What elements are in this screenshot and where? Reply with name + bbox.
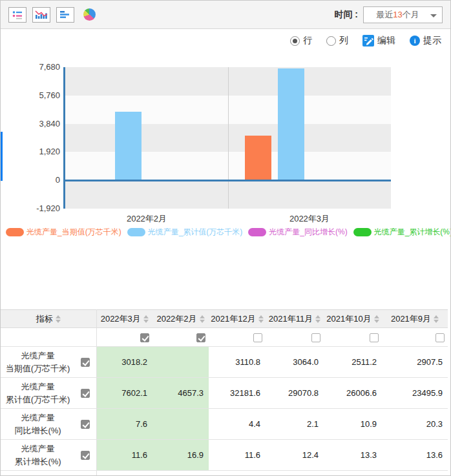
- indicator-name: 光缆产量同比增长(%): [1, 409, 75, 440]
- chart-controls: 行 列 编辑 i 提示: [1, 29, 450, 52]
- table-row: 光缆产量累计增长(%)11.616.911.612.413.313.6: [1, 440, 448, 471]
- header-month[interactable]: 2022年3月: [96, 310, 152, 328]
- value-cell: 23495.9: [382, 378, 448, 409]
- category-gridline: [228, 67, 229, 209]
- legend-swatch: [6, 228, 24, 236]
- edit-button[interactable]: 编辑: [362, 35, 395, 47]
- y-axis-tick-label: 5,760: [1, 90, 60, 100]
- y-axis-tick-label: 0: [1, 175, 60, 185]
- column-select-cell: [382, 328, 448, 347]
- value-cell: 7.6: [96, 409, 152, 440]
- checkbox-checked[interactable]: [81, 420, 90, 429]
- time-label: 时间 :: [334, 9, 358, 21]
- info-icon: i: [410, 36, 420, 46]
- data-table: 指标2022年3月2022年2月2021年12月2021年11月2021年10月…: [1, 309, 448, 476]
- column-select-cell: [266, 328, 324, 347]
- radio-column-icon[interactable]: [326, 36, 336, 46]
- header-month[interactable]: 2021年9月: [382, 310, 448, 328]
- toolbar: 时间 : 最近13个月: [1, 1, 450, 29]
- value-cell: 20.3: [382, 409, 448, 440]
- sort-icon[interactable]: [143, 315, 149, 323]
- pie-chart-icon: [83, 8, 96, 21]
- value-cell: 3064.0: [266, 347, 324, 378]
- value-cell: 13.3: [324, 440, 382, 471]
- checkbox-checked[interactable]: [140, 333, 149, 342]
- value-cell: 2511.2: [324, 347, 382, 378]
- legend-swatch: [353, 228, 372, 236]
- x-axis-category-label: 2022年2月: [101, 213, 192, 225]
- list-config-icon: [12, 10, 23, 19]
- y-axis-tick-label: 7,680: [1, 62, 60, 72]
- checkbox-row-spacer: [1, 328, 96, 347]
- y-axis-tick-label: 3,840: [1, 119, 60, 129]
- empty-cell: [152, 471, 209, 476]
- radio-row[interactable]: 行: [290, 35, 312, 47]
- empty-cell: [96, 471, 152, 476]
- empty-cell: [324, 471, 382, 476]
- checkbox-checked[interactable]: [81, 451, 90, 460]
- empty-cell: [1, 471, 96, 476]
- row-select-cell: [75, 409, 96, 440]
- legend-item[interactable]: 光缆产量_同比增长(%): [248, 227, 347, 238]
- checkbox-unchecked[interactable]: [311, 333, 320, 342]
- header-month[interactable]: 2022年2月: [152, 310, 209, 328]
- sort-icon[interactable]: [374, 315, 379, 323]
- bar-光缆产量_累计值(万芯千米)[interactable]: [278, 68, 304, 180]
- indicator-name: 光缆产量累计增长(%): [1, 440, 75, 471]
- value-cell: 10.9: [324, 409, 382, 440]
- checkbox-unchecked[interactable]: [370, 333, 379, 342]
- sort-icon[interactable]: [200, 315, 205, 323]
- data-table-wrap: 指标2022年3月2022年2月2021年12月2021年11月2021年10月…: [1, 309, 448, 476]
- bar-光缆产量_当期值(万芯千米)[interactable]: [245, 136, 271, 180]
- indicator-name: 光缆产量累计值(万芯千米): [1, 378, 75, 409]
- radio-column-label: 列: [339, 35, 348, 47]
- column-select-cell: [324, 328, 382, 347]
- combo-chart-button[interactable]: [32, 7, 50, 23]
- legend-item[interactable]: 光缆产量_累计增长(%): [353, 227, 450, 238]
- legend-item[interactable]: 光缆产量_累计值(万芯千米): [127, 227, 243, 238]
- value-cell: 3018.2: [96, 347, 152, 378]
- y-axis-tick-label: 1,920: [1, 147, 60, 156]
- bar-光缆产量_累计值(万芯千米)[interactable]: [115, 112, 142, 180]
- sort-icon[interactable]: [258, 315, 264, 323]
- table-row: 光缆产量累计值(万芯千米)7602.14657.332181.629070.82…: [1, 378, 448, 409]
- checkbox-checked[interactable]: [81, 389, 90, 398]
- time-range-value: 最近13个月: [376, 9, 419, 21]
- sort-icon[interactable]: [56, 315, 61, 323]
- value-cell: 4657.3: [152, 378, 209, 409]
- value-cell: 11.6: [209, 440, 266, 471]
- header-month[interactable]: 2021年11月: [266, 310, 324, 328]
- value-cell: 3110.8: [209, 347, 266, 378]
- time-range-select[interactable]: 最近13个月: [363, 6, 443, 23]
- sort-icon[interactable]: [434, 315, 439, 323]
- combo-chart-icon: [35, 10, 48, 19]
- checkbox-checked[interactable]: [196, 333, 205, 342]
- sort-icon[interactable]: [315, 315, 320, 323]
- checkbox-checked[interactable]: [81, 358, 90, 367]
- radio-column[interactable]: 列: [326, 35, 348, 47]
- checkbox-unchecked[interactable]: [435, 333, 445, 342]
- empty-cell: [266, 471, 324, 476]
- legend-label: 光缆产量_累计值(万芯千米): [148, 227, 243, 238]
- legend-item[interactable]: 光缆产量_当期值(万芯千米): [6, 227, 121, 238]
- checkbox-unchecked[interactable]: [253, 333, 262, 342]
- tip-button[interactable]: i 提示: [410, 35, 441, 47]
- header-indicator[interactable]: 指标: [1, 310, 96, 328]
- radio-row-icon[interactable]: [290, 36, 300, 46]
- value-cell: 16.9: [152, 440, 209, 471]
- value-cell: [152, 409, 209, 440]
- scroll-indicator[interactable]: [1, 132, 3, 181]
- list-config-button[interactable]: [8, 7, 26, 23]
- row-select-cell: [75, 440, 96, 471]
- legend-swatch: [248, 228, 266, 236]
- pie-chart-button[interactable]: [80, 7, 98, 23]
- row-select-cell: [75, 347, 96, 378]
- value-cell: 7602.1: [96, 378, 152, 409]
- hbar-chart-button[interactable]: [56, 7, 74, 23]
- header-month[interactable]: 2021年12月: [209, 310, 266, 328]
- header-month[interactable]: 2021年10月: [324, 310, 382, 328]
- legend-label: 光缆产量_同比增长(%): [269, 227, 347, 238]
- indicator-name: 光缆产量当期值(万芯千米): [1, 347, 75, 378]
- value-cell: 26006.6: [324, 378, 382, 409]
- value-cell: 12.4: [266, 440, 324, 471]
